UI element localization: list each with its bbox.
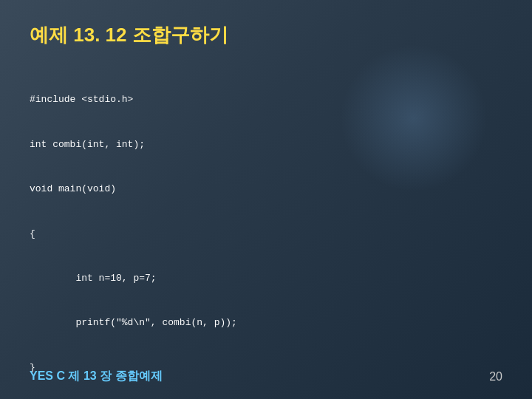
slide-footer: YES C 제 13 장 종합예제 20	[30, 369, 502, 384]
slide-title: 예제 13. 12 조합구하기	[30, 22, 502, 48]
code-line-2: int combi(int, int);	[30, 137, 502, 152]
slide-content: 예제 13. 12 조합구하기 #include <stdio.h> int c…	[30, 22, 502, 399]
footer-label: YES C 제 13 장 종합예제	[30, 369, 163, 384]
code-line-5: int n=10, p=7;	[30, 271, 502, 286]
page-number: 20	[489, 370, 502, 383]
code-line-3: void main(void)	[30, 182, 502, 197]
code-block: #include <stdio.h> int combi(int, int); …	[30, 63, 502, 399]
code-line-1: #include <stdio.h>	[30, 92, 502, 107]
slide-container: 예제 13. 12 조합구하기 #include <stdio.h> int c…	[0, 0, 532, 399]
code-line-6: printf("%d\n", combi(n, p));	[30, 316, 502, 330]
code-line-4: {	[30, 227, 502, 242]
